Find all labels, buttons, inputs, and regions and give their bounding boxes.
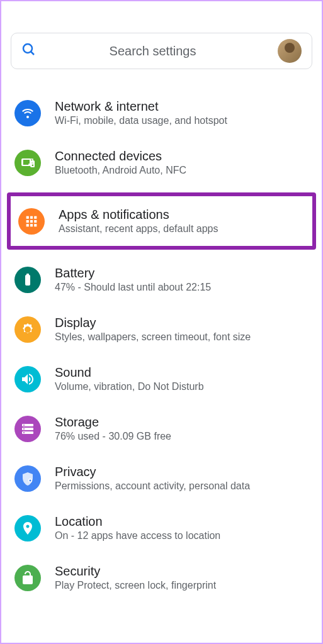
item-title: Location bbox=[55, 514, 309, 529]
settings-item-display[interactable]: Display Styles, wallpapers, screen timeo… bbox=[11, 304, 312, 354]
wifi-icon bbox=[14, 100, 41, 126]
item-subtitle: Wi-Fi, mobile, data usage, and hotspot bbox=[55, 115, 309, 126]
settings-item-battery[interactable]: Battery 47% - Should last until about 22… bbox=[11, 255, 312, 304]
storage-icon bbox=[14, 416, 41, 442]
item-subtitle: Volume, vibration, Do Not Disturb bbox=[55, 381, 309, 392]
devices-icon bbox=[14, 150, 41, 176]
item-title: Apps & notifications bbox=[59, 208, 305, 222]
svg-rect-10 bbox=[26, 224, 29, 226]
brightness-icon bbox=[14, 316, 41, 343]
battery-icon bbox=[14, 267, 41, 293]
svg-point-20 bbox=[23, 432, 25, 433]
settings-item-connected-devices[interactable]: Connected devices Bluetooth, Android Aut… bbox=[11, 138, 312, 187]
svg-point-18 bbox=[23, 425, 25, 426]
settings-item-security[interactable]: Security Play Protect, screen lock, fing… bbox=[11, 553, 312, 602]
svg-rect-9 bbox=[34, 219, 37, 222]
settings-item-apps-notifications[interactable]: Apps & notifications Assistant, recent a… bbox=[7, 192, 316, 250]
item-title: Connected devices bbox=[55, 149, 309, 164]
apps-icon bbox=[18, 208, 45, 235]
item-subtitle: Assistant, recent apps, default apps bbox=[59, 223, 305, 235]
settings-item-location[interactable]: Location On - 12 apps have access to loc… bbox=[11, 503, 312, 553]
settings-list: Network & internet Wi-Fi, mobile, data u… bbox=[1, 88, 322, 602]
item-subtitle: Permissions, account activity, personal … bbox=[55, 480, 309, 492]
item-title: Storage bbox=[55, 415, 309, 430]
svg-rect-12 bbox=[34, 224, 37, 226]
svg-rect-14 bbox=[26, 274, 29, 275]
item-subtitle: Bluetooth, Android Auto, NFC bbox=[55, 165, 309, 176]
item-subtitle: Styles, wallpapers, screen timeout, font… bbox=[55, 331, 309, 343]
item-subtitle: 47% - Should last until about 22:15 bbox=[55, 282, 309, 293]
item-title: Security bbox=[55, 564, 309, 579]
item-title: Display bbox=[55, 316, 309, 330]
settings-item-privacy[interactable]: Privacy Permissions, account activity, p… bbox=[11, 453, 312, 503]
search-bar[interactable]: Search settings bbox=[11, 33, 312, 69]
svg-rect-13 bbox=[25, 275, 30, 286]
svg-rect-7 bbox=[26, 219, 29, 222]
avatar[interactable] bbox=[278, 39, 302, 63]
settings-item-network[interactable]: Network & internet Wi-Fi, mobile, data u… bbox=[11, 88, 312, 138]
svg-point-19 bbox=[23, 428, 25, 430]
svg-rect-5 bbox=[30, 216, 33, 218]
item-subtitle: On - 12 apps have access to location bbox=[55, 530, 309, 541]
item-title: Battery bbox=[55, 266, 309, 280]
item-subtitle: 76% used - 30.09 GB free bbox=[55, 431, 309, 442]
security-icon bbox=[14, 565, 41, 591]
volume-icon bbox=[14, 366, 41, 392]
item-title: Privacy bbox=[55, 465, 309, 479]
privacy-icon bbox=[14, 465, 41, 492]
search-placeholder: Search settings bbox=[28, 44, 278, 58]
item-subtitle: Play Protect, screen lock, fingerprint bbox=[55, 580, 309, 591]
location-icon bbox=[14, 515, 41, 541]
settings-item-sound[interactable]: Sound Volume, vibration, Do Not Disturb bbox=[11, 354, 312, 404]
item-title: Sound bbox=[55, 365, 309, 380]
svg-rect-8 bbox=[30, 219, 33, 222]
svg-rect-4 bbox=[26, 216, 29, 218]
settings-item-storage[interactable]: Storage 76% used - 30.09 GB free bbox=[11, 404, 312, 453]
item-title: Network & internet bbox=[55, 99, 309, 114]
svg-point-22 bbox=[30, 479, 31, 481]
svg-rect-11 bbox=[30, 224, 33, 226]
svg-rect-6 bbox=[34, 216, 37, 218]
